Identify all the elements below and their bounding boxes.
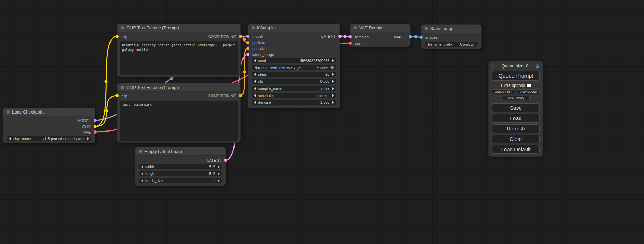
- node-load-checkpoint[interactable]: Load Checkpoint MODEL CLIP VAE ckpt_name…: [3, 108, 95, 143]
- collapse-dot[interactable]: [354, 26, 357, 29]
- filename-prefix-widget[interactable]: filename_prefix ComfyUI: [425, 42, 478, 47]
- node-graph-canvas[interactable]: Load Checkpoint MODEL CLIP VAE ckpt_name…: [0, 0, 644, 244]
- width-widget[interactable]: width 512: [139, 164, 222, 169]
- output-dot-latent[interactable]: [224, 159, 227, 162]
- scheduler-widget[interactable]: scheduler normal: [252, 93, 336, 98]
- view-history-button[interactable]: View History: [502, 96, 530, 100]
- node-title-bar[interactable]: VAE Decode: [350, 24, 410, 32]
- random-seed-toggle[interactable]: [330, 66, 334, 69]
- widget-value: 20: [325, 72, 329, 76]
- input-dot-clip[interactable]: [116, 94, 119, 97]
- height-widget[interactable]: height 512: [139, 171, 222, 176]
- view-queue-button[interactable]: View Queue: [517, 89, 540, 94]
- widget-label: steps: [258, 72, 267, 76]
- collapse-dot[interactable]: [252, 26, 255, 29]
- output-dot-model[interactable]: [94, 119, 97, 122]
- increment-arrow-icon[interactable]: [332, 59, 334, 62]
- output-dot-clip[interactable]: [94, 125, 97, 128]
- prompt-textarea[interactable]: text, watermark: [120, 101, 238, 141]
- steps-widget[interactable]: steps 20: [252, 72, 336, 77]
- decrement-arrow-icon[interactable]: [141, 172, 143, 175]
- widget-label: cfg: [258, 79, 263, 83]
- widget-value: 1.000: [320, 100, 329, 105]
- link-midpoint-dot: [105, 80, 108, 83]
- node-title-bar[interactable]: KSampler: [248, 24, 340, 32]
- node-title-bar[interactable]: CLIP Text Encode (Prompt): [117, 24, 240, 32]
- queue-menu-panel[interactable]: ⣿ Queue size: 0 ⚙ Queue Prompt Extra opt…: [488, 61, 543, 157]
- increment-arrow-icon[interactable]: [218, 179, 220, 182]
- input-dot-model[interactable]: [246, 35, 249, 38]
- queue-prompt-button[interactable]: Queue Prompt: [492, 71, 540, 81]
- node-title: Save Image: [430, 26, 453, 31]
- node-ksampler[interactable]: KSampler model positive negative latent_…: [248, 24, 340, 108]
- input-dot-images[interactable]: [420, 36, 423, 39]
- extra-options-checkbox[interactable]: [527, 84, 531, 87]
- output-slot-clip: CLIP: [82, 124, 91, 129]
- increment-arrow-icon[interactable]: [332, 94, 334, 97]
- decrement-arrow-icon[interactable]: [254, 101, 256, 104]
- increment-arrow-icon[interactable]: [332, 101, 334, 104]
- increment-arrow-icon[interactable]: [218, 165, 220, 168]
- decrement-arrow-icon[interactable]: [254, 94, 256, 97]
- output-slot-latent: LATENT: [207, 158, 221, 163]
- load-button[interactable]: Load: [492, 114, 540, 123]
- link-midpoint-dot: [344, 35, 347, 38]
- node-title-bar[interactable]: Load Checkpoint: [3, 108, 95, 116]
- collapse-dot[interactable]: [121, 86, 124, 89]
- input-slot-latent-image: latent_image: [252, 52, 274, 57]
- increment-arrow-icon[interactable]: [87, 137, 89, 140]
- input-slot-clip: clip: [122, 93, 127, 98]
- decrement-arrow-icon[interactable]: [254, 87, 256, 90]
- drag-handle-icon[interactable]: ⣿: [492, 64, 495, 68]
- decrement-arrow-icon[interactable]: [141, 165, 143, 168]
- increment-arrow-icon[interactable]: [332, 80, 334, 83]
- refresh-button[interactable]: Refresh: [492, 124, 540, 133]
- ckpt-name-widget[interactable]: ckpt_name v1-5-pruned-emaonly.ckpt: [7, 136, 91, 141]
- increment-arrow-icon[interactable]: [218, 172, 220, 175]
- output-dot-image[interactable]: [409, 35, 412, 38]
- decrement-arrow-icon[interactable]: [9, 137, 11, 140]
- input-dot-latent-image[interactable]: [246, 53, 249, 56]
- clear-button[interactable]: Clear: [492, 135, 540, 143]
- input-dot-negative[interactable]: [246, 47, 249, 50]
- random-seed-widget[interactable]: Random seed after every gen enabled: [252, 65, 336, 70]
- queue-front-button[interactable]: Queue Front: [492, 89, 515, 94]
- input-dot-positive[interactable]: [246, 41, 249, 44]
- input-slot-model: model: [252, 34, 263, 39]
- settings-gear-icon[interactable]: ⚙: [535, 64, 540, 69]
- collapse-dot[interactable]: [139, 150, 142, 153]
- collapse-dot[interactable]: [121, 26, 124, 29]
- increment-arrow-icon[interactable]: [332, 73, 334, 76]
- decrement-arrow-icon[interactable]: [254, 59, 256, 62]
- collapse-dot[interactable]: [7, 110, 10, 114]
- seed-widget[interactable]: seed 156680208700286: [252, 58, 336, 63]
- output-dot-vae[interactable]: [94, 130, 97, 134]
- input-dot-vae[interactable]: [349, 42, 352, 45]
- denoise-widget[interactable]: denoise 1.000: [252, 100, 336, 105]
- node-vae-decode[interactable]: VAE Decode samples vae IMAGE: [350, 24, 411, 47]
- node-title-bar[interactable]: Save Image: [421, 25, 481, 33]
- node-title-bar[interactable]: Empty Latent Image: [135, 147, 226, 156]
- collapse-dot[interactable]: [425, 27, 428, 30]
- node-title: CLIP Text Encode (Prompt): [126, 26, 179, 30]
- node-clip-text-encode-positive[interactable]: CLIP Text Encode (Prompt) clip CONDITION…: [117, 24, 241, 77]
- node-title-bar[interactable]: CLIP Text Encode (Prompt): [117, 83, 240, 92]
- input-dot-samples[interactable]: [349, 35, 352, 38]
- prompt-textarea[interactable]: beautiful scenery nature glass bottle la…: [120, 41, 238, 75]
- save-button[interactable]: Save: [492, 103, 540, 112]
- node-empty-latent-image[interactable]: Empty Latent Image LATENT width 512 heig…: [135, 147, 226, 186]
- increment-arrow-icon[interactable]: [332, 87, 334, 90]
- decrement-arrow-icon[interactable]: [254, 73, 256, 76]
- load-default-button[interactable]: Load Default: [492, 145, 540, 154]
- node-clip-text-encode-negative[interactable]: CLIP Text Encode (Prompt) clip CONDITION…: [117, 83, 241, 143]
- cfg-widget[interactable]: cfg 8.000: [252, 79, 336, 84]
- output-dot-latent[interactable]: [338, 35, 342, 38]
- batch-size-widget[interactable]: batch_size 1: [139, 178, 222, 183]
- node-save-image[interactable]: Save Image images filename_prefix ComfyU…: [421, 24, 482, 49]
- output-dot-conditioning[interactable]: [239, 35, 242, 38]
- sampler-name-widget[interactable]: sampler_name euler: [252, 86, 336, 91]
- decrement-arrow-icon[interactable]: [141, 179, 143, 182]
- output-dot-conditioning[interactable]: [239, 94, 242, 97]
- decrement-arrow-icon[interactable]: [254, 80, 256, 83]
- input-dot-clip[interactable]: [116, 35, 119, 38]
